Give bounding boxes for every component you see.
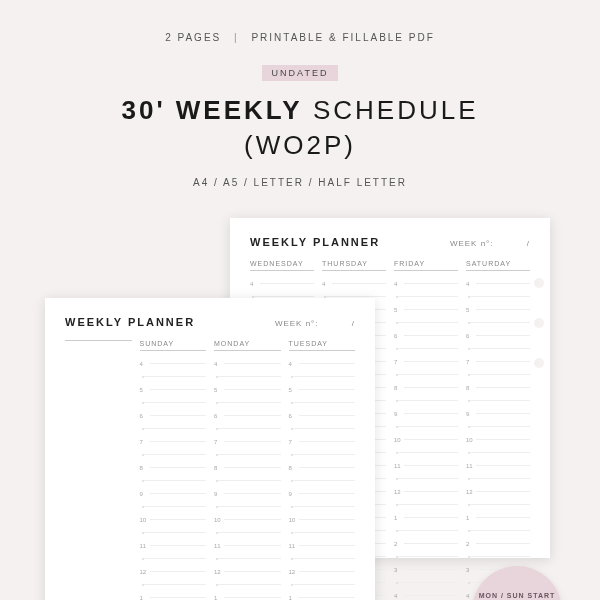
hour-row: 3 [394, 563, 458, 576]
undated-badge: UNDATED [262, 65, 339, 81]
hour-row: 8 [289, 461, 356, 474]
hour-row: 7 [214, 435, 281, 448]
hour-row: 11 [214, 539, 281, 552]
day-label: SUNDAY [140, 340, 207, 347]
hour-row: 7 [289, 435, 356, 448]
hour-row: 12 [214, 565, 281, 578]
title-bold: 30' WEEKLY [122, 95, 303, 125]
day-column: SUNDAY4567891011121 [140, 340, 207, 600]
hour-row: 6 [214, 409, 281, 422]
planner-title: WEEKLY PLANNER [65, 316, 195, 328]
product-subtitle: (WO2P) [20, 130, 580, 161]
day-column: TUESDAY4567891011121 [289, 340, 356, 600]
hour-row: 8 [394, 381, 458, 394]
hour-row: 8 [140, 461, 207, 474]
hour-row: 5 [289, 383, 356, 396]
hour-row: 5 [140, 383, 207, 396]
day-label: THURSDAY [322, 260, 386, 267]
hour-row: 4 [322, 277, 386, 290]
hour-row: 4 [289, 357, 356, 370]
planner-page-front: WEEKLY PLANNER WEEK n°: / SUNDAY45678910… [45, 298, 375, 600]
hour-row: 1 [214, 591, 281, 600]
pages-preview: WEEKLY PLANNER WEEK n°: / WEDNESDAY45678… [0, 218, 600, 600]
hour-row: 11 [394, 459, 458, 472]
hour-row: 4 [250, 277, 314, 290]
hour-row: 1 [394, 511, 458, 524]
hour-row: 6 [140, 409, 207, 422]
hour-row: 7 [466, 355, 530, 368]
day-columns-front: SUNDAY4567891011121MONDAY4567891011121TU… [65, 340, 355, 600]
binder-hole [534, 318, 544, 328]
hour-row: 6 [394, 329, 458, 342]
format-text: PRINTABLE & FILLABLE PDF [251, 32, 434, 43]
binder-hole [534, 358, 544, 368]
badge-text: MON / SUN START [479, 592, 556, 599]
hour-row: 10 [140, 513, 207, 526]
hour-row: 4 [466, 277, 530, 290]
hour-row: 9 [466, 407, 530, 420]
hour-row: 7 [394, 355, 458, 368]
pages-count: 2 PAGES [165, 32, 221, 43]
day-column: SATURDAY456789101112123456 [466, 260, 530, 600]
hour-row: 12 [466, 485, 530, 498]
hour-row: 10 [466, 433, 530, 446]
hour-row: 4 [140, 357, 207, 370]
sizes-list: A4 / A5 / LETTER / HALF LETTER [20, 177, 580, 188]
page-header: WEEKLY PLANNER WEEK n°: / [65, 316, 355, 328]
binder-hole [534, 278, 544, 288]
hour-row: 10 [289, 513, 356, 526]
hour-row: 11 [140, 539, 207, 552]
hour-row: 11 [466, 459, 530, 472]
hour-row: 8 [214, 461, 281, 474]
page-header: WEEKLY PLANNER WEEK n°: / [250, 236, 530, 248]
hour-row: 9 [394, 407, 458, 420]
hour-row: 5 [214, 383, 281, 396]
hour-row: 4 [214, 357, 281, 370]
hour-row: 6 [466, 329, 530, 342]
hour-row: 1 [289, 591, 356, 600]
title-light: SCHEDULE [303, 95, 479, 125]
hour-row: 9 [214, 487, 281, 500]
hour-row: 7 [140, 435, 207, 448]
divider: | [234, 32, 239, 43]
hour-row: 9 [289, 487, 356, 500]
hour-row: 12 [289, 565, 356, 578]
hour-row: 2 [394, 537, 458, 550]
day-column: MONDAY4567891011121 [214, 340, 281, 600]
hour-row: 6 [289, 409, 356, 422]
product-title: 30' WEEKLY SCHEDULE [20, 95, 580, 126]
week-number-field: WEEK n°: / [275, 319, 355, 328]
hour-row: 10 [394, 433, 458, 446]
day-label: TUESDAY [289, 340, 356, 347]
day-column: FRIDAY456789101112123456 [394, 260, 458, 600]
hour-row: 11 [289, 539, 356, 552]
hour-row: 12 [140, 565, 207, 578]
day-label: WEDNESDAY [250, 260, 314, 267]
day-label: MONDAY [214, 340, 281, 347]
hour-row: 4 [394, 277, 458, 290]
day-label: FRIDAY [394, 260, 458, 267]
hour-row: 1 [140, 591, 207, 600]
hour-row: 4 [394, 589, 458, 600]
hour-row: 8 [466, 381, 530, 394]
hour-row: 10 [214, 513, 281, 526]
hour-row: 12 [394, 485, 458, 498]
hour-row: 1 [466, 511, 530, 524]
hour-row: 5 [466, 303, 530, 316]
planner-title: WEEKLY PLANNER [250, 236, 380, 248]
hour-row: 5 [394, 303, 458, 316]
top-info-line: 2 PAGES | PRINTABLE & FILLABLE PDF [20, 32, 580, 43]
hour-row: 2 [466, 537, 530, 550]
product-header: 2 PAGES | PRINTABLE & FILLABLE PDF UNDAT… [0, 0, 600, 208]
notes-column [65, 340, 132, 600]
week-number-field: WEEK n°: / [450, 239, 530, 248]
hour-row: 9 [140, 487, 207, 500]
day-label: SATURDAY [466, 260, 530, 267]
